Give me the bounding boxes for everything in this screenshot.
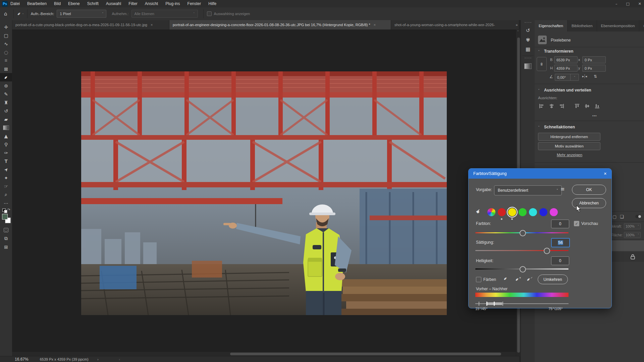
tab-ebenenkomposition[interactable]: Ebenenkomposition — [597, 20, 639, 32]
edit-toolbar-icon[interactable]: ⋯ — [0, 199, 12, 207]
object-selection-tool[interactable]: ◌ — [0, 48, 12, 56]
preset-dropdown[interactable]: Benutzerdefiniert˅ — [494, 185, 562, 195]
hand-tool[interactable]: ☞ — [0, 182, 12, 190]
hscroll-left-arrow-icon[interactable]: ‹ — [119, 357, 120, 362]
dialog-titlebar[interactable]: Farbton/Sättigung ✕ — [469, 169, 611, 179]
pen-tool[interactable]: ✑ — [0, 148, 12, 157]
opacity-field[interactable]: 100%˅ — [624, 223, 641, 229]
dodge-tool[interactable]: ⚲ — [0, 140, 12, 148]
spot-healing-tool[interactable]: ⊜ — [0, 81, 12, 90]
menu-filter[interactable]: Filter — [128, 1, 138, 6]
width-field[interactable]: 6539 Px — [554, 56, 578, 63]
tab-woman-smartphone[interactable]: shot-of-a-young-woman-using-a-smartphone… — [391, 20, 519, 29]
color-swatches[interactable] — [0, 214, 12, 226]
preview-checkbox[interactable]: ✓ — [574, 221, 579, 226]
range-tick-right[interactable] — [502, 302, 503, 306]
sample-size-select[interactable]: 1 Pixel˅ — [57, 10, 106, 18]
transform-section-title[interactable]: Transformieren — [544, 49, 573, 54]
channels-panel-icon[interactable]: ▦ — [521, 45, 535, 54]
x-field[interactable]: 0 Px — [582, 56, 606, 63]
align-more-button[interactable]: ••• — [592, 114, 597, 118]
fill-field[interactable]: 100%˅ — [624, 232, 641, 238]
saturation-slider[interactable] — [475, 250, 569, 251]
menu-schrift[interactable]: Schrift — [87, 1, 99, 6]
flip-vertical-icon[interactable]: ⇅ — [594, 74, 597, 79]
eraser-tool[interactable]: ▰ — [0, 115, 12, 123]
eyedropper-subtract-icon[interactable]: ✒₋ — [525, 275, 534, 283]
align-bottom-icon[interactable] — [594, 103, 600, 109]
layer-filter-bounds-icon[interactable]: ▢ — [612, 214, 616, 219]
menu-fenster[interactable]: Fenster — [187, 1, 201, 6]
lasso-tool[interactable]: ∿ — [0, 40, 12, 48]
preset-menu-icon[interactable]: ≡ — [560, 186, 565, 192]
crop-tool[interactable]: ⌗ — [0, 56, 12, 65]
color-panel-icon[interactable]: ✾ — [521, 35, 535, 45]
range-bar-1[interactable] — [486, 302, 487, 306]
channel-green-icon[interactable] — [519, 208, 527, 216]
layer-filter-toggle[interactable] — [635, 215, 641, 218]
minimize-button[interactable]: – — [615, 2, 618, 6]
channel-yellow-icon[interactable] — [508, 208, 516, 216]
move-tool[interactable]: ✛ — [0, 23, 12, 31]
eyedropper-sample-icon[interactable]: ✒ — [502, 275, 509, 282]
invert-button[interactable]: Umkehren — [538, 275, 568, 284]
eyedropper-add-icon[interactable]: ✒₊ — [514, 275, 522, 283]
show-ring-checkbox[interactable] — [207, 11, 212, 16]
lightness-slider[interactable] — [475, 268, 569, 269]
marquee-tool[interactable]: ▢ — [0, 31, 12, 40]
screen-mode-button[interactable]: ⧉ — [0, 234, 12, 243]
tab-bibliotheken[interactable]: Bibliotheken — [568, 20, 597, 32]
flip-horizontal-icon[interactable]: ▸┆◂ — [582, 74, 587, 78]
tab-eigenschaften[interactable]: Eigenschaften — [535, 20, 568, 32]
remove-background-button[interactable]: Hintergrund entfernen — [538, 133, 600, 141]
channel-blue-icon[interactable] — [539, 208, 547, 216]
menu-auswahl[interactable]: Auswahl — [106, 1, 121, 6]
dialog-close-icon[interactable]: ✕ — [604, 172, 607, 176]
foreground-color-swatch[interactable] — [2, 214, 8, 220]
quick-mask-tool[interactable]: ◌ — [0, 226, 12, 234]
transform-chevron-icon[interactable]: ˅ — [538, 50, 540, 54]
align-left-icon[interactable] — [539, 103, 544, 109]
history-brush-tool[interactable]: ↺ — [0, 107, 12, 115]
gradients-panel-icon[interactable] — [521, 61, 535, 71]
hue-range-control[interactable] — [475, 301, 569, 306]
range-tick-left[interactable] — [479, 302, 479, 306]
angle-dropdown-icon[interactable]: ˅ — [570, 74, 579, 81]
quick-actions-title[interactable]: Schnellaktionen — [544, 125, 575, 129]
ok-button[interactable]: OK — [572, 185, 606, 195]
eyedropper-options-icon[interactable]: ✒ — [16, 10, 22, 17]
menu-bild[interactable]: Bild — [54, 1, 61, 6]
align-middle-v-icon[interactable] — [584, 103, 590, 109]
sample-layers-select[interactable]: Alle Ebenen˅ — [131, 10, 198, 18]
swap-colors-icon[interactable]: ↷ — [7, 208, 10, 212]
channel-cyan-icon[interactable] — [529, 208, 537, 216]
horizontal-scrollbar[interactable] — [12, 352, 516, 356]
y-field[interactable]: 0 Px — [582, 65, 606, 72]
align-section-title[interactable]: Ausrichten und verteilen — [544, 88, 591, 93]
menu-datei[interactable]: Datei — [10, 1, 20, 6]
colorize-checkbox[interactable] — [476, 277, 481, 282]
quick-chevron-icon[interactable]: ˅ — [538, 126, 540, 129]
menu-ansicht[interactable]: Ansicht — [145, 1, 158, 6]
channel-master-icon[interactable] — [487, 208, 495, 216]
clone-stamp-tool[interactable]: ♜ — [0, 98, 12, 107]
tab-overflow-icon[interactable]: » — [516, 23, 518, 27]
tab-engineer-active[interactable]: portrait-of-an-engineer-designing-a-conc… — [169, 20, 391, 29]
maximize-button[interactable]: □ — [626, 2, 629, 6]
saturation-field[interactable]: 56 — [551, 238, 570, 247]
targeted-adjustment-icon[interactable]: ☛ — [475, 207, 482, 216]
scroll-up-icon[interactable]: ˄ — [517, 30, 519, 34]
align-top-icon[interactable] — [574, 103, 580, 109]
link-dimensions-icon[interactable]: ∞ — [537, 57, 547, 71]
status-chevron-icon[interactable]: › — [97, 357, 99, 362]
tool-preset-chevron-icon[interactable]: ˅ — [22, 13, 24, 16]
height-field[interactable]: 4359 Px — [554, 65, 578, 72]
zoom-level[interactable]: 16.67% — [15, 357, 29, 362]
hue-slider[interactable] — [475, 232, 569, 233]
tab-close-icon[interactable]: × — [151, 23, 153, 27]
select-subject-button[interactable]: Motiv auswählen — [538, 142, 600, 150]
history-panel-icon[interactable]: ↺ — [521, 26, 535, 35]
panel-menu-icon[interactable]: ≡ — [639, 20, 644, 32]
align-right-icon[interactable] — [559, 103, 565, 109]
zoom-tool[interactable]: ⌕ — [0, 190, 12, 199]
